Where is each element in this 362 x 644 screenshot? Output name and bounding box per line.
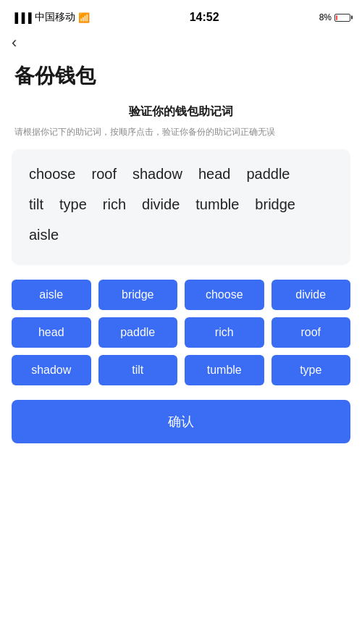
display-word: roof bbox=[92, 164, 117, 184]
section-desc: 请根据你记下的助记词，按顺序点击，验证你备份的助记词正确无误 bbox=[0, 125, 362, 139]
display-word: aisle bbox=[29, 225, 59, 245]
display-word: tumble bbox=[195, 194, 239, 214]
wifi-icon: 📶 bbox=[78, 12, 90, 23]
word-select-button[interactable]: tumble bbox=[185, 355, 264, 385]
battery-level: 8% bbox=[319, 12, 332, 22]
battery-icon bbox=[334, 14, 350, 22]
confirm-button[interactable]: 确认 bbox=[12, 400, 350, 443]
status-right: 8% bbox=[319, 12, 350, 22]
word-select-button[interactable]: divide bbox=[272, 280, 351, 310]
display-word: bridge bbox=[255, 194, 295, 214]
word-select-button[interactable]: aisle bbox=[12, 280, 91, 310]
carrier-text: 中国移动 bbox=[35, 11, 75, 24]
word-select-button[interactable]: tilt bbox=[98, 355, 178, 385]
display-word: type bbox=[59, 194, 87, 214]
status-bar: ▐▐▐ 中国移动 📶 14:52 8% bbox=[0, 0, 362, 32]
display-word: divide bbox=[142, 194, 180, 214]
word-select-button[interactable]: rich bbox=[185, 317, 264, 348]
word-select-button[interactable]: paddle bbox=[98, 317, 178, 348]
display-word: tilt bbox=[29, 194, 43, 214]
word-select-button[interactable]: choose bbox=[185, 280, 264, 310]
back-button[interactable]: ‹ bbox=[12, 35, 17, 51]
word-select-button[interactable]: shadow bbox=[12, 355, 91, 385]
word-display-box: chooseroofshadowheadpaddletilttyperichdi… bbox=[12, 149, 350, 265]
nav-bar: ‹ bbox=[0, 32, 362, 57]
display-word: choose bbox=[29, 164, 76, 184]
status-time: 14:52 bbox=[190, 11, 219, 24]
page-title: 备份钱包 bbox=[0, 57, 362, 104]
word-select-button[interactable]: roof bbox=[272, 317, 351, 348]
word-select-button[interactable]: head bbox=[12, 317, 91, 348]
display-word: paddle bbox=[246, 164, 290, 184]
word-grid: aislebridgechoosedivideheadpaddlerichroo… bbox=[0, 280, 362, 385]
display-word: rich bbox=[103, 194, 126, 214]
word-select-button[interactable]: bridge bbox=[98, 280, 178, 310]
battery-fill bbox=[336, 15, 337, 20]
word-select-button[interactable]: type bbox=[272, 355, 351, 385]
signal-icon: ▐▐▐ bbox=[12, 12, 32, 23]
display-word: head bbox=[198, 164, 231, 184]
section-title: 验证你的钱包助记词 bbox=[0, 104, 362, 120]
display-word: shadow bbox=[132, 164, 182, 184]
status-left: ▐▐▐ 中国移动 📶 bbox=[12, 11, 90, 24]
